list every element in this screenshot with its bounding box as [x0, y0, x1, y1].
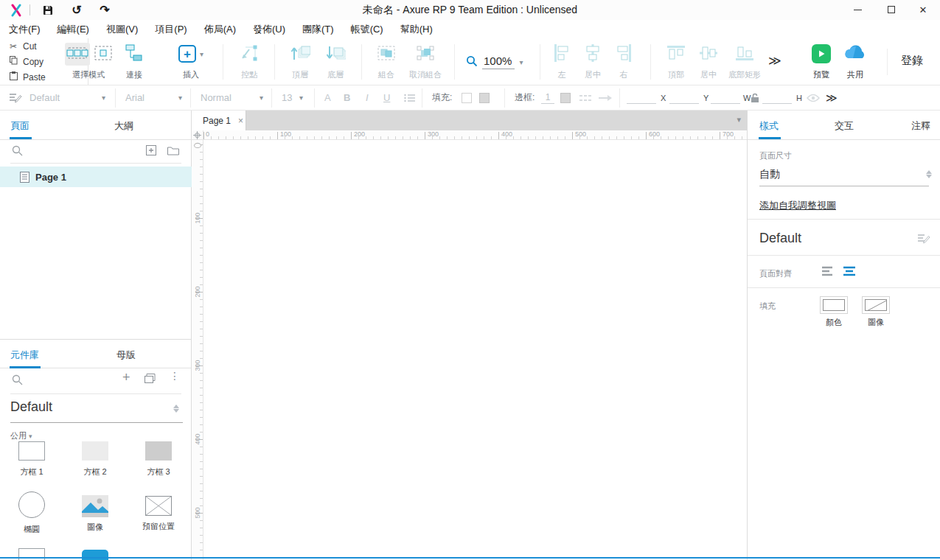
minimize-button[interactable] — [845, 0, 870, 19]
widget-box3[interactable]: 方框 3 — [127, 441, 190, 477]
edit-style-icon[interactable] — [917, 233, 930, 247]
tab-masters[interactable]: 母版 — [116, 349, 136, 362]
format-overflow-button[interactable]: ≫ — [826, 85, 836, 110]
border-color-swatch[interactable] — [560, 85, 571, 110]
toolbar-overflow-button[interactable]: ≫ — [768, 53, 780, 69]
page-fill-image-button[interactable]: 圖像 — [862, 296, 890, 328]
font-size-select[interactable]: 13 — [282, 85, 292, 110]
tab-close-icon[interactable]: × — [238, 116, 243, 126]
underline-button[interactable]: U — [383, 85, 390, 110]
insert-caret-icon[interactable]: ▾ — [200, 50, 203, 58]
canvas-area[interactable]: Page 1 × ▾ 0 100 200 300 400 500 600 700… — [192, 111, 747, 560]
align-right-button[interactable]: 右 — [609, 41, 638, 80]
menu-file[interactable]: 文件(F) — [9, 23, 50, 36]
visibility-eye-icon[interactable] — [807, 85, 820, 110]
libraries-search-icon[interactable] — [12, 374, 23, 388]
canvas-tab-page1[interactable]: Page 1 × — [192, 111, 246, 130]
bold-button[interactable]: B — [344, 85, 350, 110]
bullet-list-icon[interactable] — [404, 85, 416, 110]
select-contain-icon[interactable] — [94, 44, 113, 64]
tab-notes[interactable]: 注釋 — [911, 119, 930, 133]
select-mode-label: 選擇模式 — [58, 69, 119, 80]
font-family-caret-icon: ▾ — [178, 85, 182, 110]
widget-box1[interactable]: 方框 1 — [0, 441, 63, 477]
ruler-label: 0 — [206, 130, 209, 138]
zoom-control[interactable]: 100% ▾ — [466, 55, 523, 69]
border-width-input[interactable]: 1 — [541, 92, 554, 104]
tab-interactions[interactable]: 交互 — [835, 119, 854, 133]
font-color-button[interactable]: A — [324, 85, 331, 110]
widget-placeholder[interactable]: 預留位置 — [127, 496, 190, 532]
tab-list-caret-icon[interactable]: ▾ — [737, 115, 741, 125]
fill-gray-swatch[interactable] — [479, 85, 490, 110]
align-middle-button[interactable]: 居中 — [693, 41, 724, 80]
share-button[interactable]: 共用 — [839, 41, 871, 80]
menu-arrange[interactable]: 佈局(A) — [204, 23, 246, 36]
send-to-back-button[interactable]: 底層 — [318, 41, 352, 80]
sign-in-button[interactable]: 登錄 — [901, 54, 923, 68]
widget-section-header[interactable]: 公用 ▾ — [10, 430, 32, 441]
widget-box2[interactable]: 方框 2 — [63, 441, 127, 477]
pages-search-icon[interactable] — [12, 145, 23, 158]
page-size-select[interactable]: 自動 — [759, 168, 780, 181]
align-center-button[interactable]: 居中 — [578, 41, 607, 80]
connect-button[interactable]: 連接 — [118, 41, 150, 80]
italic-button[interactable]: I — [366, 85, 369, 110]
fill-color-swatch[interactable] — [462, 85, 472, 110]
maximize-button[interactable] — [879, 0, 904, 19]
align-top-button[interactable]: 頂部 — [661, 41, 692, 80]
add-folder-icon[interactable] — [167, 145, 179, 158]
page-tree-item[interactable]: Page 1 — [0, 167, 192, 187]
widget-label: 方框 2 — [63, 466, 127, 477]
group-button[interactable]: 組合 — [369, 41, 404, 80]
close-button[interactable]: ✕ — [911, 0, 936, 19]
zoom-value[interactable]: 100% — [482, 55, 515, 69]
send-to-back-label: 底層 — [318, 69, 352, 80]
h-input[interactable] — [762, 92, 792, 104]
add-page-icon[interactable] — [146, 145, 156, 158]
page-fill-label: 填充 — [759, 301, 776, 312]
page-align-left-button[interactable] — [821, 265, 836, 281]
page-fill-color-button[interactable]: 顏色 — [820, 296, 848, 328]
tab-style[interactable]: 樣式 — [759, 119, 779, 133]
widget-image[interactable]: 圖像 — [63, 495, 127, 533]
library-select[interactable]: Default — [10, 399, 183, 423]
arrow-style-button[interactable] — [599, 85, 612, 110]
widget-ellipse[interactable]: 橢圓 — [0, 491, 63, 535]
font-weight-select[interactable]: Normal — [201, 85, 231, 110]
menu-help[interactable]: 幫助(H) — [400, 23, 442, 36]
menu-view[interactable]: 視圖(V) — [106, 23, 147, 36]
w-input[interactable] — [711, 92, 740, 104]
y-input[interactable] — [669, 92, 699, 104]
style-edit-icon[interactable] — [9, 85, 22, 110]
menu-account[interactable]: 帳號(C) — [351, 23, 393, 36]
lock-ratio-button[interactable] — [751, 85, 759, 110]
insert-button[interactable]: + ▾ 插入 — [168, 41, 214, 80]
tab-outline[interactable]: 大綱 — [114, 119, 133, 133]
ungroup-button[interactable]: 取消組合 — [404, 41, 447, 80]
menu-edit[interactable]: 編輯(E) — [58, 23, 99, 36]
select-intersect-icon[interactable] — [65, 43, 90, 66]
border-style-button[interactable] — [579, 85, 593, 110]
add-library-icon[interactable]: + — [122, 370, 130, 385]
preview-label: 預覽 — [805, 69, 838, 80]
menu-team[interactable]: 團隊(T) — [302, 23, 344, 36]
x-input[interactable] — [627, 92, 656, 104]
font-family-select[interactable]: Arial — [125, 85, 145, 110]
align-bottom-button[interactable]: 底部矩形 — [724, 41, 765, 80]
ruler-label: 400 — [501, 130, 512, 138]
bring-to-front-button[interactable]: 頂層 — [283, 41, 317, 80]
menu-project[interactable]: 項目(P) — [155, 23, 196, 36]
menu-publish[interactable]: 發佈(U) — [253, 23, 295, 36]
preview-button[interactable]: 預覽 — [805, 41, 838, 80]
tab-pages[interactable]: 頁面 — [10, 119, 29, 133]
page-size-spinner-icon[interactable] — [925, 169, 933, 179]
library-kebab-icon[interactable]: ⋮ — [170, 370, 180, 382]
page-align-center-button[interactable] — [842, 265, 857, 281]
library-stack-icon[interactable] — [145, 373, 157, 386]
point-mode-button[interactable]: 控點 — [231, 41, 267, 80]
style-preset-select[interactable]: Default — [29, 85, 60, 110]
align-left-button[interactable]: 左 — [547, 41, 577, 80]
tab-libraries[interactable]: 元件庫 — [10, 349, 39, 362]
add-adaptive-views-link[interactable]: 添加自我調整視圖 — [759, 199, 836, 212]
